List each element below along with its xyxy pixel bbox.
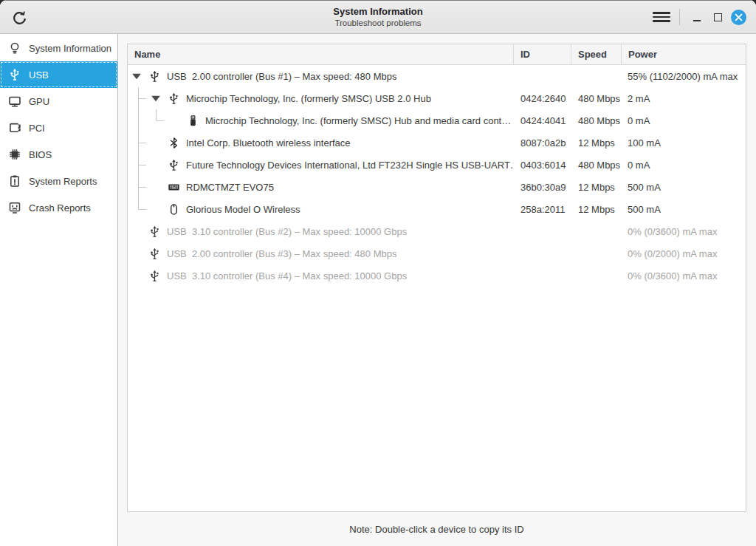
sidebar-item-usb[interactable]: USB [0,61,117,88]
expander-icon[interactable] [131,71,142,81]
mouse-icon [168,203,180,216]
tree-line [139,187,146,188]
device-name: Future Technology Devices International,… [186,160,514,171]
device-power: 500 mA [622,198,746,220]
usb-icon [168,92,180,105]
sidebar-item-system-information[interactable]: System Information [0,35,117,61]
table-row[interactable]: Microchip Technology, Inc. (formerly SMS… [128,87,746,109]
device-power: 0% (0/3600) mA max [622,220,746,242]
tree-line [139,209,146,210]
device-speed: 480 Mbps [571,109,622,132]
app-window: System Information Troubleshoot problems… [0,0,756,546]
device-name-cell: Microchip Technology, Inc. (formerly SMS… [128,87,514,109]
table-header: NameIDSpeedPower [128,44,746,65]
device-table-body: USB 2.00 controller (Bus #1) – Max speed… [128,65,746,511]
device-power: 55% (1102/2000) mA max [622,65,746,87]
device-id: 0424:4041 [514,109,571,132]
device-name-cell: Intel Corp. Bluetooth wireless interface [128,132,514,154]
gpu-icon [8,95,21,108]
device-id [514,220,571,242]
column-header-power[interactable]: Power [622,44,746,64]
usb-icon [8,68,21,81]
device-name-cell: RDMCTMZT EVO75 [128,176,514,198]
sidebar: System InformationUSBGPUPCIBIOSSystem Re… [0,34,118,546]
crash-icon [8,201,21,214]
device-name: USB 2.00 controller (Bus #1) – Max speed… [167,71,396,82]
sidebar-item-label: BIOS [29,149,52,160]
device-power: 500 mA [622,176,746,198]
sidebar-item-label: System Reports [29,176,97,187]
device-power: 0 mA [622,154,746,176]
device-id [514,65,571,87]
device-name-cell: USB 2.00 controller (Bus #3) – Max speed… [128,242,514,265]
report-icon [8,174,21,188]
sidebar-item-system-reports[interactable]: System Reports [0,168,117,194]
table-row[interactable]: Intel Corp. Bluetooth wireless interface… [128,132,746,154]
tree-line [138,109,139,132]
device-name: Microchip Technology, Inc. (formerly SMS… [205,115,511,126]
sidebar-item-bios[interactable]: BIOS [0,141,117,168]
device-speed: 12 Mbps [571,132,622,154]
table-row[interactable]: USB 2.00 controller (Bus #3) – Max speed… [128,242,746,265]
sidebar-item-label: Crash Reports [29,202,91,214]
device-name-cell: USB 3.10 controller (Bus #4) – Max speed… [128,265,514,287]
flash-drive-icon [187,115,199,127]
maximize-button[interactable] [707,6,728,28]
device-id: 258a:2011 [514,198,571,220]
titlebar-titles: System Information Troubleshoot problems [333,6,422,29]
sidebar-item-pci[interactable]: PCI [0,115,117,141]
device-power: 2 mA [622,87,746,109]
table-row[interactable]: Microchip Technology, Inc. (formerly SMS… [128,109,746,132]
content-area: NameIDSpeedPower USB 2.00 controller (Bu… [118,34,756,546]
tree-line [157,120,164,121]
bios-icon [8,148,21,161]
expander-icon[interactable] [151,93,161,103]
bulb-icon [8,41,21,55]
device-speed: 12 Mbps [571,176,622,198]
sidebar-item-crash-reports[interactable]: Crash Reports [0,194,117,221]
table-row[interactable]: USB 3.10 controller (Bus #2) – Max speed… [128,220,746,242]
titlebar-separator [679,9,680,25]
pci-icon [8,121,21,134]
device-speed: 12 Mbps [571,198,622,220]
device-speed [571,265,622,287]
table-row[interactable]: Glorious Model O Wireless258a:201112 Mbp… [128,198,746,220]
column-header-speed[interactable]: Speed [571,44,622,64]
window-controls [653,1,749,33]
minimize-icon [693,20,701,21]
close-button[interactable] [728,6,749,28]
device-name-cell: USB 2.00 controller (Bus #1) – Max speed… [128,65,514,87]
tree-line [139,165,146,165]
table-row[interactable]: USB 2.00 controller (Bus #1) – Max speed… [128,65,746,87]
minimize-button[interactable] [687,6,707,28]
device-name: Intel Corp. Bluetooth wireless interface [186,137,351,149]
tree-line [139,98,146,99]
device-power: 0% (0/2000) mA max [622,242,746,265]
device-name: USB 3.10 controller (Bus #2) – Max speed… [167,226,407,237]
tree-line [156,109,157,120]
maximize-icon [714,13,722,21]
refresh-button[interactable] [9,8,30,27]
table-row[interactable]: USB 3.10 controller (Bus #4) – Max speed… [128,265,746,287]
table-row[interactable]: Future Technology Devices International,… [128,154,746,176]
device-power: 100 mA [622,132,746,154]
table-row[interactable]: RDMCTMZT EVO7536b0:30a912 Mbps500 mA [128,176,746,198]
sidebar-item-label: System Information [29,43,111,54]
device-id: 8087:0a2b [514,132,571,154]
device-power: 0% (0/3600) mA max [622,265,746,287]
window-title: System Information [333,6,422,18]
sidebar-item-gpu[interactable]: GPU [0,88,117,115]
device-id [514,265,571,287]
device-name: RDMCTMZT EVO75 [186,182,274,193]
device-name-cell: Microchip Technology, Inc. (formerly SMS… [128,109,514,132]
column-header-name[interactable]: Name [128,44,514,64]
usb-icon [148,270,161,282]
device-name-cell: Glorious Model O Wireless [128,198,514,220]
usb-icon [148,248,161,260]
sidebar-item-label: GPU [29,96,49,107]
window-subtitle: Troubleshoot problems [333,18,422,28]
device-name: USB 3.10 controller (Bus #4) – Max speed… [167,270,407,281]
column-header-id[interactable]: ID [514,44,571,64]
menu-button[interactable] [653,8,670,26]
main-area: System InformationUSBGPUPCIBIOSSystem Re… [0,34,756,546]
